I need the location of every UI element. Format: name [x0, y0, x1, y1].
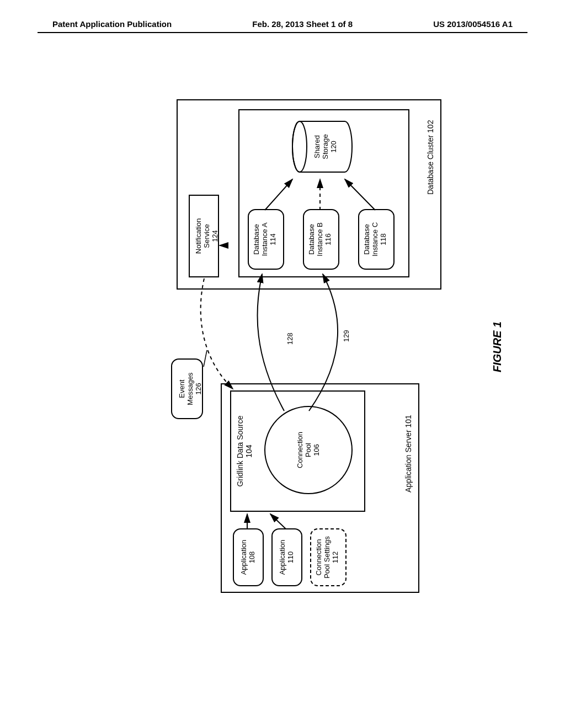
- db-instance-c-box: Database Instance C 118: [358, 209, 395, 270]
- conn-128-label: 128: [286, 333, 294, 345]
- diagram-canvas: Application Server 101 Application 108 A…: [17, 124, 557, 587]
- event-messages-box: Event Messages 126: [171, 358, 203, 419]
- notification-service-box: Notification Service 124: [189, 195, 219, 277]
- conn-129-label: 129: [342, 330, 350, 342]
- db-instance-b-box: Database Instance B 116: [303, 209, 339, 270]
- application-server-label: Application Server 101: [404, 415, 413, 493]
- header-publication: Patent Application Publication: [52, 19, 172, 29]
- header-divider: [38, 32, 527, 33]
- figure-label: FIGURE 1: [491, 322, 504, 372]
- db-instance-a-box: Database Instance A 114: [248, 209, 284, 270]
- application-108-box: Application 108: [233, 528, 264, 586]
- instances-group-box: Database Instance A 114 Database Instanc…: [238, 109, 409, 277]
- svg-line-4: [204, 350, 207, 367]
- database-cluster-box: Database Cluster 102 Notification Servic…: [177, 99, 441, 290]
- database-cluster-label: Database Cluster 102: [426, 120, 435, 195]
- application-server-box: Application Server 101 Application 108 A…: [221, 383, 419, 593]
- connection-pool-settings-box: Connection Pool Settings 112: [310, 528, 347, 586]
- header-date-sheet: Feb. 28, 2013 Sheet 1 of 8: [252, 19, 353, 29]
- shared-storage-label: Shared Storage 120: [313, 119, 338, 174]
- gridlink-data-source-box: Gridlink Data Source 104 Connection Pool…: [230, 390, 365, 512]
- gridlink-label: Gridlink Data Source 104: [236, 392, 253, 511]
- header-pubnum: US 2013/0054516 A1: [433, 19, 513, 29]
- shared-storage-cylinder: Shared Storage 120: [292, 119, 353, 174]
- application-110-box: Application 110: [271, 528, 302, 586]
- connection-pool-circle: Connection Pool 106: [264, 406, 353, 494]
